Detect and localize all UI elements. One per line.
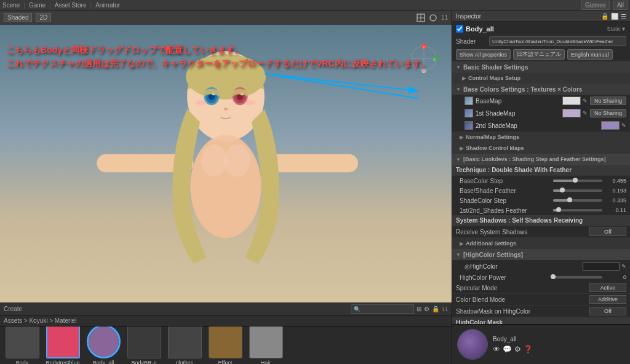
additional-section[interactable]: ▶ Additional Settings (452, 238, 630, 249)
asset-item-effect[interactable]: Effect (207, 326, 244, 364)
asset-thumb-bodybr_e (127, 326, 161, 358)
system-shadows-label: System Shadows : Self Shadows Receiving (456, 217, 583, 224)
highcolor-triangle: ▼ (456, 252, 461, 258)
dimension-btn[interactable]: 2D (36, 13, 51, 22)
shadecolor-step-label: ShadeColor Step (460, 197, 551, 204)
texture-row-shademap1: 1st ShadeMap ✎ No Sharing (452, 107, 630, 119)
shademap2-controls: ✎ (601, 121, 626, 130)
svg-point-28 (196, 100, 207, 105)
color-blend-value[interactable]: Additive (589, 295, 626, 304)
shadow-mask-value[interactable]: Off (589, 307, 626, 315)
settings-icon-2[interactable]: ⚙ (514, 345, 521, 354)
viewport-main[interactable]: こちらもBodyと同様ドラッグドロップで配置していきます。 これでテクスチャの適… (0, 25, 452, 303)
highcolor-power-row: HighColor Power 0 (452, 272, 630, 282)
control-triangle: ▶ (462, 76, 466, 81)
basic-shader-section[interactable]: ▼ Basic Shader Settings (452, 61, 630, 73)
shade-feather-row: Base/Shade Feather 0.193 (452, 186, 630, 196)
asset-label-clothes: clothes (176, 360, 194, 364)
specular-mode-row: Specular Mode Active (452, 282, 630, 294)
highcolor-swatch[interactable] (583, 262, 620, 271)
chat-icon[interactable]: 💬 (503, 345, 512, 354)
normalmap-section[interactable]: ▶ NormalMap Settings (452, 132, 630, 143)
control-maps-section[interactable]: ▶ Control Maps Setup (452, 73, 630, 84)
show-all-btn[interactable]: Show All properties (456, 49, 511, 60)
asset-thumb-effect (209, 326, 242, 358)
asset-item-hair[interactable]: Hair (247, 326, 284, 364)
shaded-btn[interactable]: Shaded (4, 13, 32, 22)
no-sharing-btn-2[interactable]: No Sharing (590, 109, 626, 117)
shademap2-edit-btn[interactable]: ✎ (621, 122, 626, 129)
shade-feather-label: Base/Shade Feather (460, 188, 551, 194)
shademap1-controls: ✎ (562, 109, 588, 117)
color-blend-label: Color Blend Mode (456, 296, 589, 303)
basemap-controls: ✎ (562, 97, 588, 105)
highcolor-mask-header-row: HighColor Mask (452, 317, 630, 324)
shades-feather-value: 0.11 (605, 207, 626, 213)
receive-shadows-label: Receive System Shadows (456, 229, 589, 235)
maximize-icon[interactable]: ⬜ (611, 13, 618, 20)
help-icon[interactable]: ❓ (524, 345, 533, 354)
asset-item-body_all[interactable]: Body_all (85, 326, 122, 364)
asset-item-clothes[interactable]: clothes (166, 326, 203, 364)
lock-icon[interactable]: 🔒 (601, 13, 608, 20)
tab-asset-store[interactable]: Asset Store (55, 2, 87, 9)
asset-item-bodyIrestblue[interactable]: BodyIrestblue (44, 326, 81, 364)
gizmos-btn[interactable]: Gizmos (581, 1, 610, 10)
english-manual-btn[interactable]: English manual (567, 49, 613, 60)
settings-icon[interactable]: ⚙ (424, 306, 429, 312)
lookdevs-triangle: ▼ (456, 157, 461, 162)
object-active-checkbox[interactable] (456, 25, 463, 33)
tab-scene[interactable]: Scene (2, 2, 20, 9)
preview-thumb-inner (458, 330, 487, 359)
shader-value[interactable]: UnityChanToonShader/Toon_DoubleShadeWith… (489, 36, 626, 46)
menu-icon[interactable]: ☰ (621, 13, 626, 20)
tab-animator[interactable]: Animator (95, 2, 120, 9)
basic-lookdevs-section[interactable]: ▼ [Basic Lookdevs : Shading Step and Fea… (452, 154, 630, 165)
counter: 11 (442, 306, 448, 312)
shadow-control-section[interactable]: ▶ Shadow Control Maps (452, 143, 630, 154)
search-input[interactable] (362, 306, 411, 312)
shades-feather-row: 1st/2nd_Shades Feather 0.11 (452, 205, 630, 215)
japanese-manual-btn[interactable]: 日本語マニュアル (513, 49, 565, 60)
svg-point-29 (245, 100, 255, 105)
base-colors-section[interactable]: ▼ Base Colors Settings : Textures × Colo… (452, 84, 630, 95)
shademap2-color[interactable] (601, 121, 620, 130)
basecolor-step-slider[interactable] (553, 180, 602, 182)
basemap-label: BaseMap (476, 98, 560, 105)
bottom-panel: Create 🔍 ⊞ ⚙ 🔒 11 Assets > Koyuki > Mate… (0, 303, 452, 364)
static-dropdown-icon[interactable]: ▼ (621, 26, 626, 32)
static-label: Static (607, 26, 621, 32)
basemap-edit-btn[interactable]: ✎ (583, 98, 588, 104)
create-btn[interactable]: Create (4, 306, 22, 312)
shademap1-edit-btn[interactable]: ✎ (583, 110, 588, 116)
asset-item-body[interactable]: Body (4, 326, 41, 364)
svg-point-3 (430, 15, 436, 21)
shade-feather-slider[interactable] (553, 189, 602, 192)
bottom-toolbar: Create 🔍 ⊞ ⚙ 🔒 11 (0, 303, 452, 315)
inspector-panel: Inspector 🔒 ⬜ ☰ Body_all Static ▼ Shader… (452, 11, 630, 364)
specular-mode-value[interactable]: Active (589, 283, 626, 292)
highcolor-power-slider[interactable] (553, 276, 602, 279)
breadcrumb-text[interactable]: Assets > Koyuki > Materiel (4, 317, 76, 324)
shadecolor-step-slider[interactable] (553, 199, 602, 202)
asset-thumb-body_all (87, 326, 121, 358)
basemap-color[interactable] (562, 97, 581, 105)
shades-feather-slider[interactable] (553, 209, 602, 212)
control-maps-label: Control Maps Setup (468, 75, 520, 81)
basecolor-step-row: BaseColor Step 0.455 (452, 176, 630, 186)
all-btn[interactable]: All (613, 1, 628, 10)
no-sharing-btn-1[interactable]: No Sharing (590, 97, 626, 105)
asset-thumb-bodyIrestblue (46, 326, 80, 358)
eye-icon[interactable]: 👁 (493, 345, 500, 354)
highcolor-section[interactable]: ▼ [HighColor Settings] (452, 249, 630, 260)
receive-shadows-value[interactable]: Off (589, 228, 626, 236)
shademap1-color[interactable] (562, 109, 581, 117)
inspector-title: Inspector (456, 13, 481, 20)
lock-icon[interactable]: 🔒 (432, 306, 439, 312)
grid-icon[interactable]: ⊞ (417, 306, 421, 312)
shadow-control-label: Shadow Control Maps (466, 145, 524, 151)
highcolor-mask-header-label: HighColor Mask (456, 319, 503, 324)
highcolor-edit-btn[interactable]: ✎ (621, 263, 626, 269)
asset-item-bodybr_e[interactable]: BodyBR-e (126, 326, 162, 364)
tab-game[interactable]: Game (29, 2, 46, 9)
